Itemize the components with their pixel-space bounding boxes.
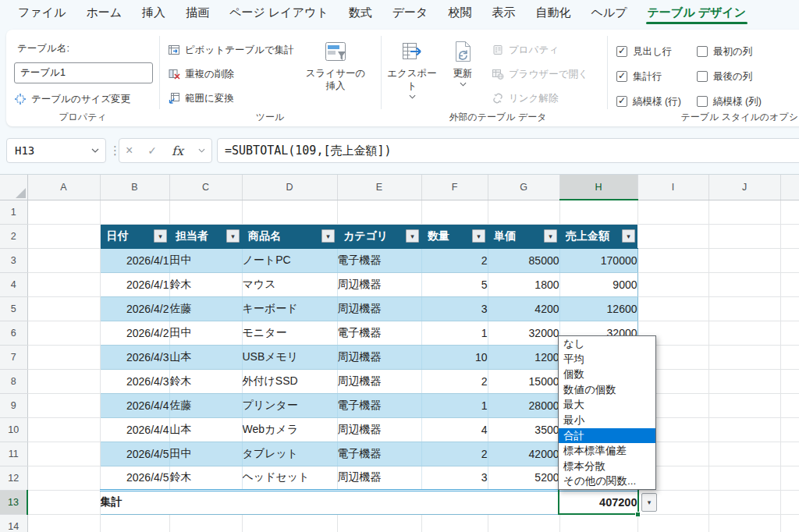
grid-cell[interactable]	[780, 296, 799, 321]
row-header-12[interactable]: 12	[0, 466, 27, 490]
grid-cell[interactable]	[27, 393, 100, 417]
filter-button[interactable]: ▾	[622, 229, 635, 243]
table-cell[interactable]: 32000	[488, 321, 559, 345]
table-cell[interactable]: 電子機器	[337, 442, 421, 466]
grid-cell[interactable]	[708, 224, 780, 248]
table-cell[interactable]: 山本	[169, 417, 242, 442]
filter-button[interactable]: ▾	[472, 229, 485, 243]
table-cell[interactable]: 15000	[488, 369, 559, 393]
table-cell[interactable]: 電子機器	[337, 248, 421, 272]
grid-cell[interactable]	[27, 369, 100, 393]
ribbon-tab[interactable]: ヘルプ	[581, 0, 637, 26]
table-cell[interactable]: 4	[421, 417, 488, 442]
grid-cell[interactable]	[637, 272, 708, 296]
table-cell[interactable]: 85000	[488, 248, 559, 272]
grid-cell[interactable]	[708, 272, 780, 296]
row-header-14[interactable]: 14	[0, 514, 27, 532]
grid-cell[interactable]	[708, 514, 780, 532]
column-header-C[interactable]: C	[169, 175, 242, 200]
ribbon-button-refresh[interactable]: 更新	[440, 39, 485, 87]
grid-cell[interactable]	[780, 248, 799, 272]
table-cell[interactable]: 電子機器	[337, 393, 421, 417]
grid-cell[interactable]	[27, 514, 100, 532]
table-cell[interactable]: 10	[421, 345, 488, 369]
grid-cell[interactable]	[100, 514, 169, 532]
grid-cell[interactable]	[780, 321, 799, 345]
grid-cell[interactable]	[559, 200, 637, 224]
total-label-cell[interactable]: 集計	[100, 490, 169, 514]
column-header-F[interactable]: F	[421, 175, 488, 200]
style-option-checkbox-row[interactable]: 最後の列	[697, 70, 762, 83]
table-header-cell[interactable]: 単価▾	[488, 224, 559, 248]
table-cell[interactable]: 2026/4/3	[100, 345, 169, 369]
table-cell[interactable]: 2	[421, 248, 488, 272]
select-all-corner[interactable]	[0, 175, 27, 200]
style-option-checkbox-row[interactable]: 集計行	[616, 70, 681, 83]
grid-cell[interactable]	[708, 442, 780, 466]
table-cell[interactable]: 山本	[169, 345, 242, 369]
fill-handle[interactable]	[635, 512, 641, 517]
grid-cell[interactable]	[559, 514, 637, 532]
grid-cell[interactable]	[27, 466, 100, 490]
grid-cell[interactable]	[780, 442, 799, 466]
ribbon-button[interactable]: テーブルのサイズ変更	[14, 92, 130, 106]
subtotal-option[interactable]: 平均	[559, 352, 655, 367]
checkbox-unchecked-icon[interactable]	[697, 46, 708, 57]
table-cell[interactable]: 2026/4/2	[100, 321, 169, 345]
grid-cell[interactable]	[637, 200, 708, 224]
table-cell[interactable]: 2	[421, 442, 488, 466]
filter-button[interactable]: ▾	[226, 229, 240, 243]
table-cell[interactable]: 佐藤	[169, 393, 242, 417]
style-option-checkbox-row[interactable]: 縞模様 (行)	[616, 95, 681, 108]
table-cell[interactable]: 2026/4/5	[100, 442, 169, 466]
grid-cell[interactable]	[637, 514, 708, 532]
row-header-9[interactable]: 9	[0, 393, 27, 417]
grid-cell[interactable]	[337, 514, 421, 532]
subtotal-option[interactable]: 最小	[559, 413, 655, 428]
table-name-input[interactable]: テーブル1	[14, 62, 153, 83]
grid-cell[interactable]	[780, 466, 799, 490]
checkbox-unchecked-icon[interactable]	[697, 71, 708, 82]
grid-cell[interactable]	[708, 345, 780, 369]
grid-cell[interactable]	[169, 514, 242, 532]
table-cell[interactable]: マウス	[242, 272, 337, 296]
row-header-10[interactable]: 10	[0, 417, 27, 442]
grid-cell[interactable]	[708, 248, 780, 272]
ribbon-button-export[interactable]: エクスポート	[384, 39, 440, 99]
grid-cell[interactable]	[27, 272, 100, 296]
ribbon-button[interactable]: 範囲に変換	[168, 91, 294, 105]
total-row-cell[interactable]	[337, 490, 421, 514]
total-row-cell[interactable]	[242, 490, 337, 514]
grid-cell[interactable]	[708, 321, 780, 345]
grid-cell[interactable]	[27, 248, 100, 272]
style-option-checkbox-row[interactable]: 見出し行	[616, 45, 681, 58]
checkbox-unchecked-icon[interactable]	[697, 96, 708, 107]
ribbon-tab[interactable]: ホーム	[76, 0, 132, 26]
grid-cell[interactable]	[708, 490, 780, 514]
table-cell[interactable]: 田中	[169, 248, 242, 272]
table-cell[interactable]: 周辺機器	[337, 369, 421, 393]
total-row-cell[interactable]	[421, 490, 488, 514]
table-cell[interactable]: プリンター	[242, 393, 337, 417]
table-cell[interactable]: 2026/4/5	[100, 466, 169, 490]
ribbon-button[interactable]: ピボットテーブルで集計	[168, 43, 294, 57]
row-header-8[interactable]: 8	[0, 369, 27, 393]
grid-cell[interactable]	[780, 369, 799, 393]
subtotal-option[interactable]: その他の関数...	[559, 473, 655, 489]
grid-cell[interactable]	[780, 393, 799, 417]
table-cell[interactable]: 3	[421, 296, 488, 321]
subtotal-option-selected[interactable]: 合計	[559, 428, 655, 444]
grid-cell[interactable]	[488, 200, 559, 224]
grid-cell[interactable]	[488, 514, 559, 532]
table-cell[interactable]: 170000	[559, 248, 637, 272]
grid-cell[interactable]	[242, 514, 337, 532]
table-header-cell[interactable]: 日付▾	[100, 224, 169, 248]
grid-cell[interactable]	[100, 200, 169, 224]
grid-cell[interactable]	[27, 490, 100, 514]
table-cell[interactable]: 2026/4/1	[100, 248, 169, 272]
chevron-down-icon[interactable]	[198, 148, 205, 153]
table-cell[interactable]: 5	[421, 272, 488, 296]
column-header[interactable]	[780, 175, 799, 200]
ribbon-tab[interactable]: 表示	[481, 0, 525, 26]
table-cell[interactable]: 2026/4/4	[100, 417, 169, 442]
